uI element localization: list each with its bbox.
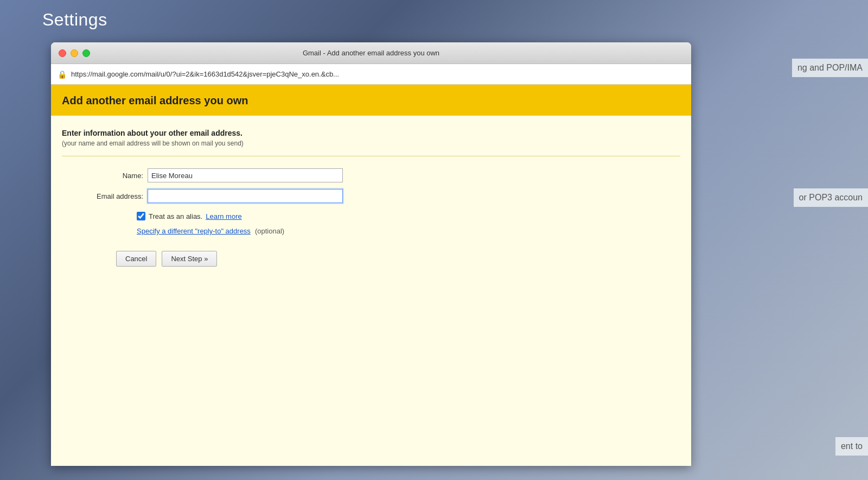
next-step-button[interactable]: Next Step » <box>162 251 217 267</box>
lock-icon: 🔒 <box>58 70 67 79</box>
section-heading: Enter information about your other email… <box>62 129 680 137</box>
maximize-button[interactable] <box>82 49 90 57</box>
divider <box>62 156 680 156</box>
reply-to-link[interactable]: Specify a different "reply-to" address <box>137 227 251 235</box>
address-text[interactable]: https://mail.google.com/mail/u/0/?ui=2&i… <box>71 70 685 78</box>
dialog-title: Add another email address you own <box>62 94 680 107</box>
optional-text: (optional) <box>253 227 284 235</box>
button-row: Cancel Next Step » <box>116 251 680 267</box>
alias-row: Treat as an alias. Learn more <box>137 212 680 220</box>
reply-to-row: Specify a different "reply-to" address (… <box>137 226 680 236</box>
browser-title: Gmail - Add another email address you ow… <box>60 49 682 57</box>
close-button[interactable] <box>59 49 66 57</box>
alias-label: Treat as an alias. <box>149 212 202 220</box>
traffic-lights <box>59 49 90 57</box>
address-bar: 🔒 https://mail.google.com/mail/u/0/?ui=2… <box>51 64 691 85</box>
name-label: Name: <box>73 172 143 180</box>
title-bar: Gmail - Add another email address you ow… <box>51 42 691 64</box>
dialog-area: Add another email address you own Enter … <box>51 85 691 466</box>
name-input[interactable] <box>148 168 343 182</box>
dialog-header: Add another email address you own <box>51 85 691 116</box>
email-label: Email address: <box>73 192 143 200</box>
settings-label: Settings <box>42 10 107 30</box>
bg-text-right3: ent to <box>835 437 868 456</box>
form-table: Name: Email address: <box>73 168 680 203</box>
bg-text-right2: ng and POP/IMA <box>792 59 868 77</box>
section-subtext: (your name and email address will be sho… <box>62 140 680 147</box>
browser-window: Gmail - Add another email address you ow… <box>51 42 691 466</box>
email-row: Email address: <box>73 189 680 203</box>
minimize-button[interactable] <box>71 49 78 57</box>
alias-checkbox[interactable] <box>137 212 145 220</box>
dialog-body: Enter information about your other email… <box>51 116 691 466</box>
email-input[interactable] <box>148 189 343 203</box>
cancel-button[interactable]: Cancel <box>116 251 156 267</box>
learn-more-link[interactable]: Learn more <box>206 212 241 220</box>
name-row: Name: <box>73 168 680 182</box>
bg-text-right1: or POP3 accoun <box>794 188 868 207</box>
